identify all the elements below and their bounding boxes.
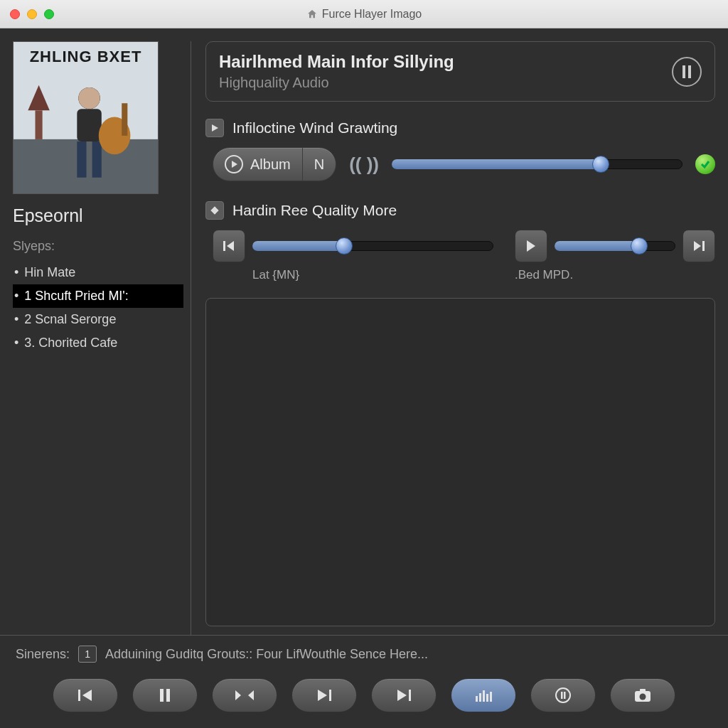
app-window: Furce Hlayer Imago ZHLING BXET (0, 0, 728, 728)
section-1-header: Infiloctine Wind Grawting (205, 119, 715, 137)
track-item[interactable]: 3. Chorited Cafe (13, 331, 183, 355)
window-title: Furce Hlayer Imago (0, 8, 728, 21)
svg-rect-8 (92, 141, 102, 178)
track-a-prev-button[interactable] (213, 230, 245, 262)
volume-row: Album N (( )) (205, 147, 715, 181)
svg-point-36 (556, 688, 570, 702)
section-2-header: Hardin Ree Quality More (205, 201, 715, 220)
track-b-slider[interactable] (555, 240, 675, 252)
tb-stop-circle-button[interactable] (530, 678, 596, 712)
play-icon (230, 161, 237, 168)
pause-icon (159, 688, 171, 702)
track-list: Hin Mate 1 Shcuft Pried MI': 2 Scnal Ser… (13, 261, 183, 355)
play-icon (526, 240, 536, 252)
svg-marker-13 (212, 124, 218, 132)
svg-rect-38 (564, 692, 566, 699)
status-bar: Sinerens: 1 Adduining Guditq Grouts:: Fo… (0, 635, 728, 670)
track-item[interactable]: 1 Shcuft Pried MI': (13, 284, 183, 308)
sidebar-title: Epseornl (13, 205, 183, 226)
sidebar: ZHLING BXET Epseornl Slyeps: (13, 41, 183, 635)
svg-point-41 (640, 694, 646, 700)
svg-rect-11 (682, 65, 685, 78)
diamond-icon[interactable] (205, 201, 224, 220)
svg-marker-14 (232, 161, 237, 168)
svg-rect-33 (483, 690, 485, 702)
svg-rect-16 (223, 241, 225, 251)
shuffle-icon (235, 688, 254, 702)
titlebar: Furce Hlayer Imago (0, 0, 728, 28)
skip-back-icon (77, 688, 93, 702)
svg-point-5 (78, 87, 100, 109)
svg-marker-29 (397, 690, 407, 701)
tb-next-button[interactable] (291, 678, 357, 712)
svg-rect-12 (688, 65, 691, 78)
camera-icon (634, 688, 651, 702)
svg-rect-6 (77, 109, 101, 141)
stop-circle-icon (555, 687, 572, 704)
tb-pause-button[interactable] (132, 678, 198, 712)
speaker-icon: (( )) (349, 154, 379, 176)
track-item[interactable]: Hin Mate (13, 261, 183, 284)
main-panel: Hairlhmed Main Infor Sillying Highqualit… (205, 41, 715, 635)
tb-prev-button[interactable] (53, 678, 118, 712)
sidebar-list-header: Slyeps: (13, 239, 183, 254)
svg-rect-2 (36, 110, 43, 139)
track-b-label: .Bed MPD. (515, 268, 715, 282)
equalizer-icon (475, 689, 492, 702)
album-play-button[interactable]: Album (213, 148, 302, 181)
tb-camera-button[interactable] (610, 678, 675, 712)
pause-icon (681, 65, 692, 78)
skip-forward-icon (692, 240, 705, 252)
svg-marker-26 (248, 690, 254, 700)
svg-marker-25 (235, 690, 241, 700)
close-window-icon[interactable] (10, 9, 20, 19)
app-body: ZHLING BXET Epseornl Slyeps: (0, 28, 728, 635)
svg-rect-28 (329, 690, 331, 701)
status-label: Sinerens: (16, 647, 70, 662)
tb-next2-button[interactable] (371, 678, 437, 712)
track-title: Hairlhmed Main Infor Sillying (219, 52, 454, 72)
track-a-label: Lat {MN} (213, 268, 493, 282)
tracks-controls: Lat {MN} (205, 230, 715, 282)
svg-marker-18 (527, 240, 535, 252)
svg-rect-40 (640, 689, 646, 692)
svg-rect-37 (561, 692, 563, 699)
svg-marker-19 (694, 241, 701, 251)
skip-back-icon (223, 240, 235, 252)
bottom-toolbar (0, 670, 728, 728)
svg-rect-30 (409, 690, 411, 701)
section-1-label: Infiloctine Wind Grawting (232, 119, 397, 136)
play-small-icon[interactable] (205, 119, 224, 137)
track-b-play-button[interactable] (515, 230, 547, 262)
svg-marker-22 (82, 690, 92, 701)
svg-rect-34 (486, 694, 488, 702)
zoom-window-icon[interactable] (44, 9, 54, 19)
svg-rect-32 (479, 693, 481, 702)
track-b-next-button[interactable] (682, 230, 715, 262)
album-button-label: Album (250, 156, 291, 173)
album-banner-text: ZHLING BXET (14, 48, 158, 66)
header-pause-button[interactable] (672, 57, 702, 87)
tb-eq-button[interactable] (451, 678, 516, 712)
visualizer-panel (205, 298, 715, 626)
svg-marker-17 (227, 241, 234, 251)
now-playing-header: Hairlhmed Main Infor Sillying Highqualit… (205, 41, 715, 102)
traffic-lights (10, 9, 54, 19)
status-chip[interactable]: 1 (78, 646, 97, 663)
section-2-label: Hardin Ree Quality More (232, 202, 397, 219)
svg-rect-15 (210, 206, 218, 214)
status-text: Adduining Guditq Grouts:: Four LifWouthl… (105, 647, 428, 662)
n-button[interactable]: N (302, 148, 336, 181)
svg-rect-31 (476, 696, 478, 702)
svg-rect-24 (166, 689, 170, 702)
skip-forward-icon (316, 688, 332, 702)
volume-slider[interactable] (392, 158, 682, 171)
tb-shuffle-button[interactable] (212, 678, 277, 712)
track-a-slider[interactable] (252, 240, 493, 252)
home-icon (306, 9, 318, 20)
track-item[interactable]: 2 Scnal Serorge (13, 308, 183, 331)
minimize-window-icon[interactable] (27, 9, 37, 19)
svg-rect-21 (78, 690, 80, 701)
svg-rect-35 (490, 692, 492, 702)
album-art[interactable]: ZHLING BXET (13, 41, 159, 194)
